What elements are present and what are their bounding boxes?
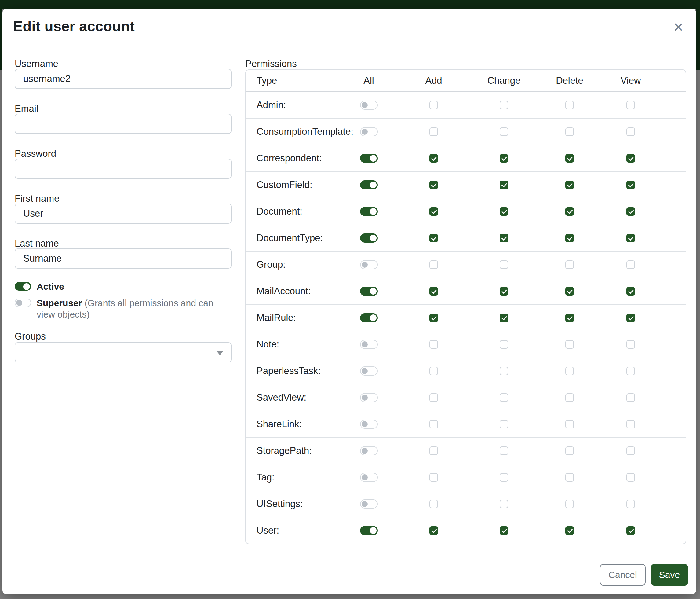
permission-add-checkbox[interactable] [429,367,438,375]
last-name-input[interactable] [15,248,231,269]
permission-delete-checkbox[interactable] [565,287,574,295]
active-toggle[interactable] [15,282,31,291]
permission-change-checkbox[interactable] [500,340,508,349]
permission-add-checkbox[interactable] [429,393,438,402]
permission-change-checkbox[interactable] [500,420,508,429]
permission-view-checkbox[interactable] [626,234,635,242]
permission-add-checkbox[interactable] [429,101,438,110]
permission-delete-checkbox[interactable] [565,207,574,216]
permission-delete-checkbox[interactable] [565,420,574,429]
permission-add-checkbox[interactable] [429,500,438,508]
permission-all-toggle[interactable] [360,234,378,243]
save-button[interactable]: Save [651,564,688,585]
permission-change-checkbox[interactable] [500,526,508,535]
permission-view-checkbox[interactable] [626,154,635,163]
permission-view-checkbox[interactable] [626,127,635,136]
permission-view-checkbox[interactable] [626,367,635,375]
permission-add-checkbox[interactable] [429,127,438,136]
permission-delete-checkbox[interactable] [565,367,574,375]
permission-add-checkbox[interactable] [429,447,438,455]
permission-all-toggle[interactable] [360,420,378,429]
permission-all-toggle[interactable] [360,366,378,376]
cancel-button[interactable]: Cancel [600,564,646,585]
permission-all-toggle[interactable] [360,207,378,216]
permission-view-checkbox[interactable] [626,393,635,402]
permission-all-toggle[interactable] [360,127,378,136]
permission-view-checkbox[interactable] [626,526,635,535]
table-row: User: [246,517,686,544]
permission-all-toggle[interactable] [360,260,378,269]
first-name-input[interactable] [15,203,231,224]
permission-change-checkbox[interactable] [500,500,508,508]
permission-change-checkbox[interactable] [500,127,508,136]
permission-change-checkbox[interactable] [500,260,508,269]
permission-delete-checkbox[interactable] [565,473,574,482]
permission-change-checkbox[interactable] [500,234,508,242]
permission-change-checkbox[interactable] [500,287,508,295]
permission-view-checkbox[interactable] [626,314,635,322]
username-input[interactable] [15,69,231,89]
permission-delete-checkbox[interactable] [565,260,574,269]
close-icon[interactable]: ✕ [670,19,687,36]
permission-all-toggle[interactable] [360,473,378,482]
permission-all-toggle[interactable] [360,100,378,110]
permission-delete-checkbox[interactable] [565,154,574,163]
permission-all-toggle[interactable] [360,393,378,402]
permission-all-toggle[interactable] [360,154,378,163]
permission-view-checkbox[interactable] [626,101,635,110]
permission-all-toggle[interactable] [360,340,378,349]
permission-change-checkbox[interactable] [500,473,508,482]
permission-all-toggle[interactable] [360,526,378,535]
permission-all-toggle[interactable] [360,180,378,190]
permission-all-toggle[interactable] [360,287,378,296]
groups-select[interactable] [15,342,231,362]
dialog-footer: Cancel Save [2,556,696,594]
permission-add-checkbox[interactable] [429,420,438,429]
permission-view-checkbox[interactable] [626,287,635,295]
permission-delete-checkbox[interactable] [565,234,574,242]
permission-add-checkbox[interactable] [429,314,438,322]
permission-view-checkbox[interactable] [626,447,635,455]
permission-add-checkbox[interactable] [429,154,438,163]
permission-change-checkbox[interactable] [500,314,508,322]
permission-add-checkbox[interactable] [429,181,438,189]
permission-add-checkbox[interactable] [429,526,438,535]
permission-all-toggle[interactable] [360,313,378,322]
permission-all-toggle[interactable] [360,446,378,455]
permission-view-checkbox[interactable] [626,473,635,482]
permission-delete-checkbox[interactable] [565,314,574,322]
permission-view-checkbox[interactable] [626,260,635,269]
permission-view-checkbox[interactable] [626,181,635,189]
column-header-view: View [600,75,661,86]
permission-change-checkbox[interactable] [500,367,508,375]
permission-delete-checkbox[interactable] [565,181,574,189]
permission-add-checkbox[interactable] [429,473,438,482]
permission-delete-checkbox[interactable] [565,447,574,455]
permission-delete-checkbox[interactable] [565,500,574,508]
permission-change-checkbox[interactable] [500,154,508,163]
permission-delete-checkbox[interactable] [565,526,574,535]
permission-view-checkbox[interactable] [626,340,635,349]
permission-add-checkbox[interactable] [429,340,438,349]
permission-view-checkbox[interactable] [626,500,635,508]
column-header-change: Change [469,75,539,86]
permission-change-checkbox[interactable] [500,393,508,402]
permission-delete-checkbox[interactable] [565,101,574,110]
permission-add-checkbox[interactable] [429,234,438,242]
permission-change-checkbox[interactable] [500,447,508,455]
permission-delete-checkbox[interactable] [565,393,574,402]
superuser-toggle[interactable] [15,298,31,307]
email-input[interactable] [15,114,231,134]
password-input[interactable] [15,159,231,179]
permission-change-checkbox[interactable] [500,101,508,110]
permission-delete-checkbox[interactable] [565,127,574,136]
permission-add-checkbox[interactable] [429,260,438,269]
permission-add-checkbox[interactable] [429,287,438,295]
permission-view-checkbox[interactable] [626,207,635,216]
permission-view-checkbox[interactable] [626,420,635,429]
permission-change-checkbox[interactable] [500,181,508,189]
permission-change-checkbox[interactable] [500,207,508,216]
permission-delete-checkbox[interactable] [565,340,574,349]
permission-all-toggle[interactable] [360,499,378,508]
permission-add-checkbox[interactable] [429,207,438,216]
